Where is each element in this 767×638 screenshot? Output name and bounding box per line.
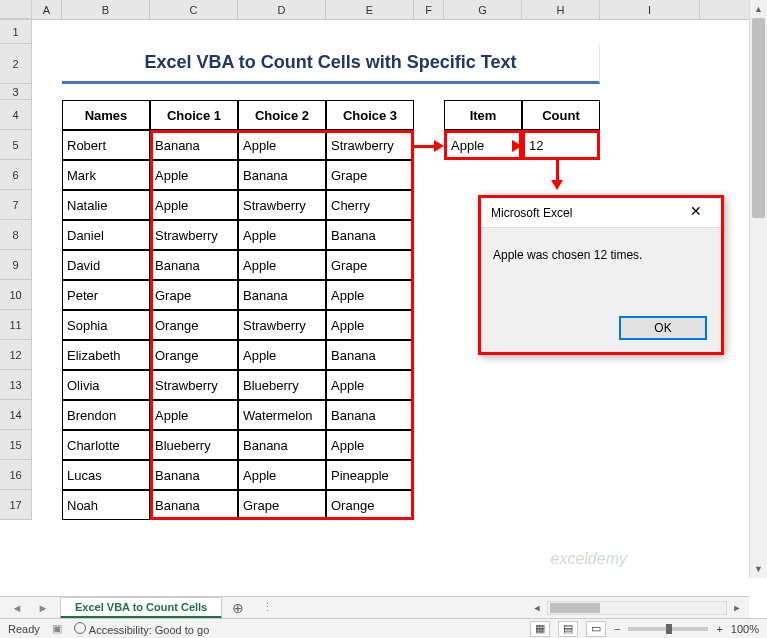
table-cell[interactable]: Banana	[238, 430, 326, 460]
row-header-7[interactable]: 7	[0, 190, 32, 220]
row-header-16[interactable]: 16	[0, 460, 32, 490]
table-cell[interactable]: Orange	[150, 340, 238, 370]
table-cell[interactable]: Mark	[62, 160, 150, 190]
col-header-G[interactable]: G	[444, 0, 522, 19]
table-cell[interactable]: Banana	[150, 250, 238, 280]
macro-record-icon[interactable]: ▣	[52, 622, 62, 635]
row-header-15[interactable]: 15	[0, 430, 32, 460]
col-header-B[interactable]: B	[62, 0, 150, 19]
col-header-I[interactable]: I	[600, 0, 700, 19]
add-sheet-button[interactable]: ⊕	[222, 600, 254, 616]
table-cell[interactable]: Pineapple	[326, 460, 414, 490]
table-cell[interactable]: Orange	[326, 490, 414, 520]
row-header-8[interactable]: 8	[0, 220, 32, 250]
zoom-in-icon[interactable]: +	[716, 623, 722, 635]
table-cell[interactable]: David	[62, 250, 150, 280]
table-cell[interactable]: Banana	[238, 160, 326, 190]
row-header-2[interactable]: 2	[0, 44, 32, 84]
table-cell[interactable]: Grape	[238, 490, 326, 520]
vertical-scrollbar[interactable]: ▲ ▼	[749, 0, 767, 578]
tab-nav-buttons[interactable]: ◄►	[0, 602, 60, 614]
page-layout-view-icon[interactable]: ▤	[558, 621, 578, 637]
col-header-A[interactable]: A	[32, 0, 62, 19]
row-header-10[interactable]: 10	[0, 280, 32, 310]
close-icon[interactable]: ✕	[681, 203, 711, 223]
table-cell[interactable]: Strawberry	[150, 220, 238, 250]
row-header-13[interactable]: 13	[0, 370, 32, 400]
table-cell[interactable]: Banana	[150, 490, 238, 520]
zoom-slider-thumb[interactable]	[666, 624, 672, 634]
table-cell[interactable]: Blueberry	[150, 430, 238, 460]
table-cell[interactable]: Natalie	[62, 190, 150, 220]
select-all-corner[interactable]	[0, 0, 32, 19]
zoom-out-icon[interactable]: −	[614, 623, 620, 635]
normal-view-icon[interactable]: ▦	[530, 621, 550, 637]
table-cell[interactable]: Apple	[238, 130, 326, 160]
scroll-left-icon[interactable]: ◄	[529, 600, 545, 616]
table-cell[interactable]: Apple	[326, 370, 414, 400]
sheet-tab-active[interactable]: Excel VBA to Count Cells	[60, 597, 222, 619]
table-cell[interactable]: Sophia	[62, 310, 150, 340]
table-cell[interactable]: Banana	[326, 400, 414, 430]
table-cell[interactable]: Orange	[150, 310, 238, 340]
table-cell[interactable]: Banana	[238, 280, 326, 310]
table-cell[interactable]: Strawberry	[326, 130, 414, 160]
table-cell[interactable]: Charlotte	[62, 430, 150, 460]
row-header-14[interactable]: 14	[0, 400, 32, 430]
table-cell[interactable]: Apple	[150, 400, 238, 430]
table-cell[interactable]: Apple	[326, 310, 414, 340]
scroll-right-icon[interactable]: ►	[729, 600, 745, 616]
col-header-F[interactable]: F	[414, 0, 444, 19]
table-cell[interactable]: Strawberry	[238, 310, 326, 340]
table-cell[interactable]: Watermelon	[238, 400, 326, 430]
table-cell[interactable]: Banana	[326, 220, 414, 250]
table-cell[interactable]: Robert	[62, 130, 150, 160]
table-cell[interactable]: Apple	[238, 340, 326, 370]
row-header-17[interactable]: 17	[0, 490, 32, 520]
table-cell[interactable]: Grape	[150, 280, 238, 310]
horizontal-scrollbar[interactable]: ◄ ►	[281, 600, 749, 616]
scroll-down-icon[interactable]: ▼	[750, 560, 767, 578]
horizontal-scroll-thumb[interactable]	[550, 603, 600, 613]
table-cell[interactable]: Apple	[238, 460, 326, 490]
table-cell[interactable]: Olivia	[62, 370, 150, 400]
table-cell[interactable]: Grape	[326, 250, 414, 280]
table-cell[interactable]: Lucas	[62, 460, 150, 490]
row-header-3[interactable]: 3	[0, 84, 32, 100]
row-header-5[interactable]: 5	[0, 130, 32, 160]
row-header-4[interactable]: 4	[0, 100, 32, 130]
table-cell[interactable]: Apple	[326, 430, 414, 460]
table-cell[interactable]: Banana	[326, 340, 414, 370]
col-header-E[interactable]: E	[326, 0, 414, 19]
vertical-scroll-thumb[interactable]	[752, 18, 765, 218]
table-cell[interactable]: Grape	[326, 160, 414, 190]
table-cell[interactable]: Noah	[62, 490, 150, 520]
row-header-1[interactable]: 1	[0, 20, 32, 44]
row-header-11[interactable]: 11	[0, 310, 32, 340]
horizontal-scroll-track[interactable]	[547, 601, 727, 615]
table-cell[interactable]: Apple	[238, 250, 326, 280]
table-cell[interactable]: Peter	[62, 280, 150, 310]
ok-button[interactable]: OK	[619, 316, 707, 340]
table-cell[interactable]: Banana	[150, 460, 238, 490]
table-cell[interactable]: Apple	[238, 220, 326, 250]
table-cell[interactable]: Daniel	[62, 220, 150, 250]
table-cell[interactable]: Apple	[326, 280, 414, 310]
table-cell[interactable]: Blueberry	[238, 370, 326, 400]
col-header-C[interactable]: C	[150, 0, 238, 19]
zoom-level[interactable]: 100%	[731, 623, 759, 635]
tab-menu-icon[interactable]: ⋮	[254, 601, 281, 614]
dialog-titlebar[interactable]: Microsoft Excel ✕	[481, 198, 721, 228]
table-cell[interactable]: Strawberry	[238, 190, 326, 220]
table-cell[interactable]: Apple	[150, 190, 238, 220]
col-header-D[interactable]: D	[238, 0, 326, 19]
page-break-view-icon[interactable]: ▭	[586, 621, 606, 637]
col-header-H[interactable]: H	[522, 0, 600, 19]
table-cell[interactable]: Apple	[150, 160, 238, 190]
table-cell[interactable]: Elizabeth	[62, 340, 150, 370]
table-cell[interactable]: Strawberry	[150, 370, 238, 400]
table-cell[interactable]: Cherry	[326, 190, 414, 220]
accessibility-status[interactable]: Accessibility: Good to go	[74, 622, 209, 636]
item-cell[interactable]: Apple	[444, 130, 522, 160]
row-header-12[interactable]: 12	[0, 340, 32, 370]
